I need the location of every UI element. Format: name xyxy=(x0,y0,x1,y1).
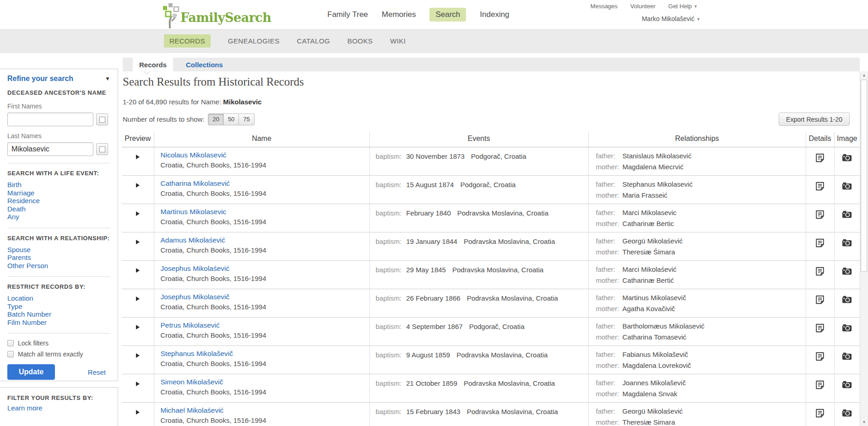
camera-icon[interactable] xyxy=(842,380,852,392)
link-parents[interactable]: Parents xyxy=(7,253,110,262)
nav-family-tree[interactable]: Family Tree xyxy=(327,10,368,19)
relationship-links: Spouse Parents Other Person xyxy=(7,246,110,270)
preview-expand-arrow[interactable] xyxy=(136,240,140,244)
person-name-link[interactable]: Josephus Mikolaśević xyxy=(161,264,230,272)
camera-icon[interactable] xyxy=(842,153,852,165)
camera-icon[interactable] xyxy=(842,351,852,363)
person-name-link[interactable]: Nicolaus Mikolasević xyxy=(161,151,227,159)
details-icon[interactable] xyxy=(815,153,825,165)
first-names-exact-toggle[interactable] xyxy=(96,113,108,125)
details-icon[interactable] xyxy=(815,380,825,392)
subnav-catalog[interactable]: CATALOG xyxy=(297,37,330,45)
link-any[interactable]: Any xyxy=(7,213,110,221)
preview-expand-arrow[interactable] xyxy=(136,183,140,188)
details-icon[interactable] xyxy=(815,238,825,250)
link-type[interactable]: Type xyxy=(7,302,110,311)
person-name-link[interactable]: Stephanus Mikolaševič xyxy=(161,350,233,357)
camera-icon[interactable] xyxy=(842,295,852,307)
last-names-exact-toggle[interactable] xyxy=(96,143,108,155)
camera-icon[interactable] xyxy=(842,210,852,221)
details-icon[interactable] xyxy=(815,408,825,420)
person-name-link[interactable]: Petrus Mikolasević xyxy=(161,321,220,329)
scroll-up-arrow-icon[interactable]: ▲ xyxy=(860,71,868,79)
camera-icon[interactable] xyxy=(842,408,852,420)
learn-more-link[interactable]: Learn more xyxy=(7,404,43,412)
results-controls: Number of results to show: 20 50 75 Expo… xyxy=(123,113,860,126)
preview-expand-arrow[interactable] xyxy=(136,268,140,273)
subnav-genealogies[interactable]: GENEALOGIES xyxy=(228,37,280,45)
link-birth[interactable]: Birth xyxy=(7,181,110,189)
nav-indexing[interactable]: Indexing xyxy=(480,10,509,19)
first-names-input[interactable] xyxy=(7,113,93,126)
nav-memories[interactable]: Memories xyxy=(382,10,416,19)
mother-label: mother: xyxy=(596,417,623,426)
table-row: Petrus Mikolasević Croatia, Church Books… xyxy=(122,318,860,346)
details-icon[interactable] xyxy=(815,181,825,193)
person-name-link[interactable]: Simeon Mikolaševič xyxy=(161,378,223,386)
match-exactly-checkbox[interactable] xyxy=(7,351,14,357)
vertical-scrollbar[interactable]: ▲ ▼ xyxy=(860,71,868,426)
messages-link[interactable]: Messages xyxy=(591,3,618,10)
tab-records[interactable]: Records xyxy=(133,58,173,71)
collapse-caret-icon[interactable]: ▼ xyxy=(105,75,110,82)
preview-expand-arrow[interactable] xyxy=(136,325,140,329)
user-menu[interactable]: Marko Mikolašević▼ xyxy=(642,15,700,22)
export-results-button[interactable]: Export Results 1-20 xyxy=(779,113,850,126)
preview-expand-arrow[interactable] xyxy=(136,410,140,415)
person-name-link[interactable]: Martinus Mikolasevic xyxy=(161,208,227,216)
reset-link[interactable]: Reset xyxy=(88,368,106,376)
link-location[interactable]: Location xyxy=(7,294,110,302)
get-help-menu[interactable]: Get Help▼ xyxy=(668,3,698,10)
volunteer-link[interactable]: Volunteer xyxy=(630,3,656,10)
preview-expand-arrow[interactable] xyxy=(136,297,140,301)
person-name-link[interactable]: Adamus Mikolaśević xyxy=(161,236,225,244)
person-name-link[interactable]: Josephus Mikolasevič xyxy=(161,293,230,301)
link-residence[interactable]: Residence xyxy=(7,197,110,205)
details-icon[interactable] xyxy=(815,323,825,335)
camera-icon[interactable] xyxy=(842,238,852,250)
scroll-down-arrow-icon[interactable]: ▼ xyxy=(860,418,868,426)
chevron-down-icon: ▼ xyxy=(694,4,698,9)
link-death[interactable]: Death xyxy=(7,205,110,213)
last-names-input[interactable] xyxy=(7,142,93,156)
link-spouse[interactable]: Spouse xyxy=(7,246,110,254)
chevron-down-icon: ▼ xyxy=(696,17,700,22)
results-count-75[interactable]: 75 xyxy=(239,113,254,125)
mother-label: mother: xyxy=(596,388,623,399)
event-date: 9 August 1859 xyxy=(406,351,450,359)
update-button[interactable]: Update xyxy=(7,364,55,380)
scrollbar-thumb[interactable] xyxy=(861,80,867,272)
details-icon[interactable] xyxy=(815,295,825,307)
link-batch-number[interactable]: Batch Number xyxy=(7,310,110,318)
collections-filter-item[interactable]: Collections › xyxy=(7,424,110,426)
preview-expand-arrow[interactable] xyxy=(136,155,140,159)
refine-search-title[interactable]: Refine your search xyxy=(7,75,73,83)
link-film-number[interactable]: Film Number xyxy=(7,318,110,327)
subnav-books[interactable]: BOOKS xyxy=(347,37,373,45)
preview-expand-arrow[interactable] xyxy=(136,211,140,216)
person-name-link[interactable]: Michael Mikolaśević xyxy=(161,406,224,414)
subnav-wiki[interactable]: WIKI xyxy=(390,37,406,45)
mother-name: Maria Frasseić xyxy=(623,191,667,199)
results-count-20[interactable]: 20 xyxy=(208,113,223,125)
subnav-records[interactable]: RECORDS xyxy=(164,34,211,48)
preview-expand-arrow[interactable] xyxy=(136,382,140,386)
tab-collections[interactable]: Collections xyxy=(186,58,223,71)
camera-icon[interactable] xyxy=(842,266,852,278)
collection-name: Croatia, Church Books, 1516-1994 xyxy=(161,303,369,311)
results-count-50[interactable]: 50 xyxy=(224,113,239,125)
camera-icon[interactable] xyxy=(842,323,852,335)
link-other-person[interactable]: Other Person xyxy=(7,262,110,270)
camera-icon[interactable] xyxy=(842,181,852,193)
first-names-label: First Names xyxy=(7,102,110,110)
table-row: Stephanus Mikolaševič Croatia, Church Bo… xyxy=(122,346,860,374)
details-icon[interactable] xyxy=(815,351,825,363)
details-icon[interactable] xyxy=(815,266,825,278)
link-marriage[interactable]: Marriage xyxy=(7,189,110,197)
familysearch-logo[interactable]: FamilySearch xyxy=(161,2,271,28)
preview-expand-arrow[interactable] xyxy=(136,353,140,358)
details-icon[interactable] xyxy=(815,210,825,221)
person-name-link[interactable]: Catharina Mikolasević xyxy=(161,179,230,187)
nav-search[interactable]: Search xyxy=(429,8,466,22)
lock-filters-checkbox[interactable] xyxy=(7,340,14,346)
